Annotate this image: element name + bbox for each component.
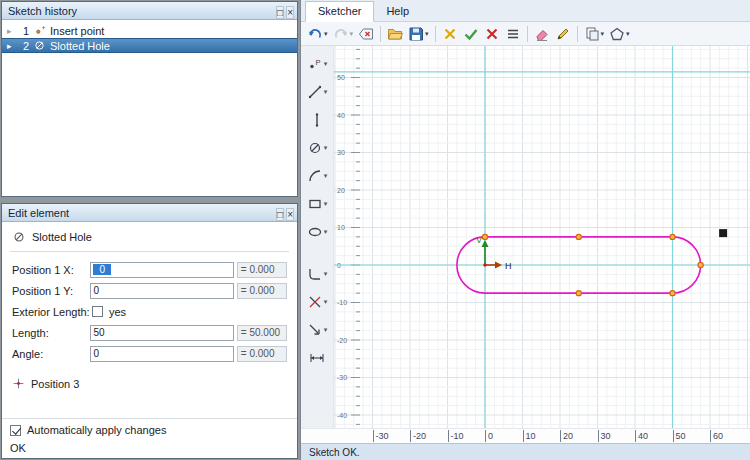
- dropdown-arrow-icon[interactable]: ▾: [601, 30, 605, 38]
- undo-button[interactable]: ▾: [305, 24, 330, 44]
- field-exterior-length: Exterior Length:yes: [12, 301, 287, 322]
- sketch-history-title: Sketch history: [8, 5, 274, 17]
- trim-tool[interactable]: ▾: [307, 292, 328, 311]
- confirm-sketch-button[interactable]: [461, 24, 481, 44]
- rectangle-tool[interactable]: ▾: [307, 194, 328, 213]
- dimension-tool[interactable]: [309, 348, 325, 367]
- cancel-sketch-button[interactable]: [440, 24, 460, 44]
- check-icon: [463, 26, 479, 42]
- expander-icon[interactable]: ▸: [7, 41, 15, 51]
- edit-element-form: Position 1 X:0= 0.000Position 1 Y:0= 0.0…: [2, 252, 297, 364]
- h-axis-label: H: [505, 261, 512, 271]
- history-item-slotted-hole[interactable]: ▸2Slotted Hole: [2, 38, 297, 53]
- point-icon: P: [307, 56, 323, 72]
- control-point[interactable]: [576, 234, 581, 239]
- dropdown-arrow-icon[interactable]: ▾: [324, 298, 328, 306]
- edit-element-header: Slotted Hole: [2, 222, 297, 251]
- dropdown-arrow-icon[interactable]: ▾: [324, 172, 328, 180]
- control-point[interactable]: [670, 234, 675, 239]
- sketch-canvas[interactable]: 50403020100-10-20-30-40VH: [334, 46, 750, 428]
- snap-tool[interactable]: ▾: [307, 320, 328, 339]
- ellipse-tool[interactable]: ▾: [307, 222, 328, 241]
- field-angle: Angle:0= 0.000: [12, 343, 287, 364]
- y-ruler-label: 30: [337, 149, 345, 156]
- field-label: Position 1 X:: [12, 264, 90, 276]
- toolbar-separator: [435, 26, 436, 42]
- dropdown-arrow-icon[interactable]: ▾: [324, 200, 328, 208]
- field-label: Length:: [12, 327, 90, 339]
- computed-value: = 0.000: [237, 262, 287, 278]
- x-ruler-label: 30: [598, 430, 611, 442]
- selection-handle[interactable]: [719, 229, 727, 237]
- checkbox-label: yes: [109, 306, 126, 318]
- tab-help[interactable]: Help: [374, 2, 421, 21]
- edit-element-titlebar[interactable]: Edit element □×: [2, 204, 297, 222]
- polygon-select-button[interactable]: ▾: [607, 24, 632, 44]
- tab-sketcher[interactable]: Sketcher: [305, 1, 374, 22]
- dropdown-arrow-icon[interactable]: ▾: [324, 88, 328, 96]
- history-item-insert-point[interactable]: ▸1Insert point: [2, 23, 297, 38]
- paste-icon: [584, 26, 600, 42]
- field-label: Position 1 Y:: [12, 285, 90, 297]
- menu-button[interactable]: [503, 24, 523, 44]
- control-point[interactable]: [698, 262, 703, 267]
- clear-input-button[interactable]: [356, 24, 376, 44]
- position-1-y-input[interactable]: 0: [90, 283, 233, 299]
- save-button[interactable]: ▾: [406, 24, 431, 44]
- tool-palette: P▾▾▾▾▾▾▾▾▾: [301, 46, 334, 428]
- control-point[interactable]: [670, 291, 675, 296]
- auto-apply-label: Automatically apply changes: [27, 424, 166, 436]
- position-3-link[interactable]: Position 3: [2, 364, 297, 390]
- position-1-x-input[interactable]: 0: [90, 262, 233, 278]
- item-label: Slotted Hole: [50, 40, 110, 52]
- corner-icon: [307, 266, 323, 282]
- length-input[interactable]: 50: [90, 325, 233, 341]
- control-point[interactable]: [576, 291, 581, 296]
- auto-apply-row[interactable]: Automatically apply changes: [2, 418, 297, 440]
- y-ruler-label: 50: [337, 74, 345, 81]
- corner-tool[interactable]: ▾: [307, 264, 328, 283]
- dropdown-arrow-icon[interactable]: ▾: [324, 60, 328, 68]
- dropdown-arrow-icon[interactable]: ▾: [425, 30, 429, 38]
- open-button[interactable]: [385, 24, 405, 44]
- x-ruler-label: 50: [673, 430, 686, 442]
- polyline-icon: [309, 112, 325, 128]
- auto-apply-checkbox[interactable]: [10, 425, 21, 436]
- close-button[interactable]: ×: [286, 6, 294, 19]
- expander-icon[interactable]: ▸: [7, 26, 15, 36]
- redo-button[interactable]: ▾: [331, 24, 356, 44]
- dropdown-arrow-icon[interactable]: ▾: [324, 30, 328, 38]
- main-toolbar: ▾▾▾▾▾: [301, 22, 750, 46]
- field-label: Exterior Length:: [12, 306, 92, 318]
- point-tool[interactable]: P▾: [307, 54, 328, 73]
- sketch-history-titlebar[interactable]: Sketch history □×: [2, 2, 297, 20]
- y-ruler-label: -30: [337, 374, 347, 381]
- slotted-hole-tool[interactable]: ▾: [307, 138, 328, 157]
- dropdown-arrow-icon[interactable]: ▾: [350, 30, 354, 38]
- float-button[interactable]: □: [276, 208, 284, 221]
- dropdown-arrow-icon[interactable]: ▾: [324, 144, 328, 152]
- edit-element-window-buttons: □×: [274, 204, 294, 222]
- line-tool[interactable]: ▾: [307, 82, 328, 101]
- arc-icon: [307, 168, 323, 184]
- exterior-length-checkbox[interactable]: [92, 306, 103, 317]
- eraser-button[interactable]: [532, 24, 552, 44]
- angle-input[interactable]: 0: [90, 346, 233, 362]
- paste-button[interactable]: ▾: [582, 24, 607, 44]
- close-button[interactable]: ×: [286, 208, 294, 221]
- circle-slash-icon: [307, 140, 323, 156]
- dropdown-arrow-icon[interactable]: ▾: [626, 30, 630, 38]
- polyline-tool[interactable]: [309, 110, 325, 129]
- style-pen-button[interactable]: [553, 24, 573, 44]
- dropdown-arrow-icon[interactable]: ▾: [324, 326, 328, 334]
- dropdown-arrow-icon[interactable]: ▾: [324, 270, 328, 278]
- menu-icon: [505, 26, 521, 42]
- canvas-area[interactable]: 50403020100-10-20-30-40VH: [334, 46, 750, 428]
- float-button[interactable]: □: [276, 6, 284, 19]
- snap-arrow-icon: [307, 322, 323, 338]
- y-ruler-label: 20: [337, 187, 345, 194]
- dropdown-arrow-icon[interactable]: ▾: [324, 228, 328, 236]
- delete-button[interactable]: [482, 24, 502, 44]
- arc-tool[interactable]: ▾: [307, 166, 328, 185]
- control-point[interactable]: [482, 234, 487, 239]
